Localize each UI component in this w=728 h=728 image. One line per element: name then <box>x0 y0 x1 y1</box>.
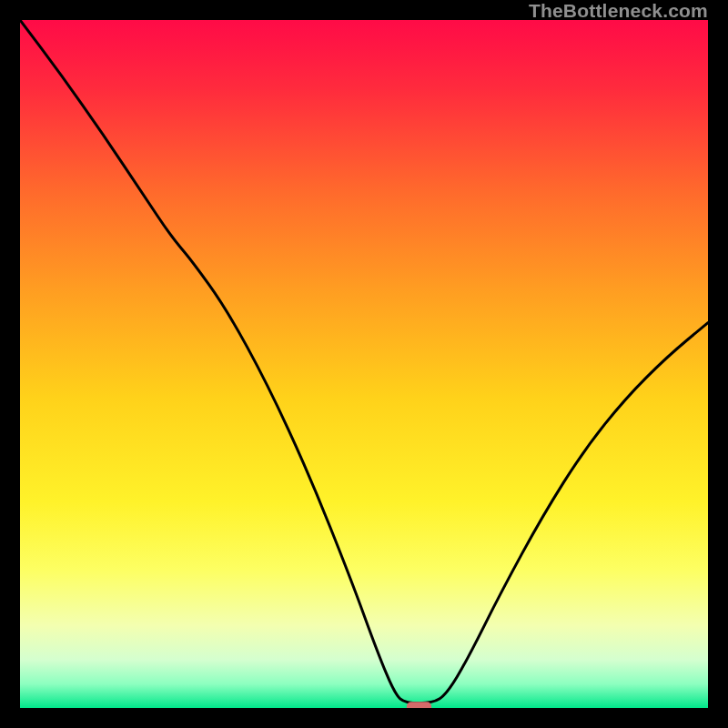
optimal-marker <box>407 702 431 708</box>
bottleneck-chart <box>20 20 708 708</box>
gradient-backdrop <box>20 20 708 708</box>
watermark-label: TheBottleneck.com <box>529 0 708 22</box>
chart-frame <box>20 20 708 708</box>
